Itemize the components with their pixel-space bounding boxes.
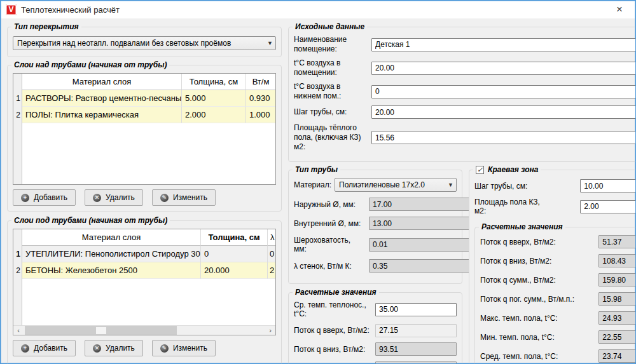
edge-zone-title: Краевая зона — [488, 165, 538, 174]
chevron-down-icon: ▼ — [265, 40, 273, 46]
layers-below-table[interactable]: Материал слоя Толщина, см λ 1 УТЕПЛИТЕЛИ… — [13, 229, 276, 335]
edge-flux-down-label: Поток q вниз, Вт/м2: — [480, 257, 598, 266]
delete-icon: ✕ — [93, 194, 101, 202]
room-temp-input[interactable] — [371, 62, 636, 75]
inner-diameter-field — [369, 217, 469, 230]
delete-label: Удалить — [106, 344, 135, 353]
title-bar: V Теплотехнический расчёт × — [1, 1, 635, 18]
col-header-thickness[interactable]: Толщина, см — [201, 229, 268, 246]
cell-clipped[interactable]: 0 — [268, 246, 275, 262]
edge-area-input[interactable] — [580, 200, 636, 213]
outer-diameter-field — [369, 198, 469, 211]
roughness-field — [369, 238, 469, 252]
row-number: 1 — [13, 90, 22, 107]
edge-flux-sum-label: Поток q сумм., Вт/м2: — [480, 276, 598, 285]
cell-thickness[interactable]: 0 — [201, 246, 268, 262]
pipe-step-input[interactable] — [371, 105, 636, 119]
add-icon: + — [21, 344, 29, 353]
floor-type-combobox[interactable]: Перекрытия над неотапл. подвалами без св… — [13, 36, 276, 50]
add-icon: + — [21, 194, 29, 202]
row-number: 2 — [13, 262, 22, 279]
wall-lambda-label: λ стенок, Вт/м К: — [294, 262, 369, 271]
edge-zone-checkbox[interactable]: ✓ — [476, 166, 484, 174]
layers-below-legend: Слои под трубами (начиная от трубы) — [11, 216, 170, 225]
close-icon[interactable]: × — [609, 1, 630, 18]
delete-layer-button[interactable]: ✕ Удалить — [85, 340, 143, 356]
cell-wm[interactable]: 1.000 — [246, 107, 275, 123]
cell-thickness[interactable]: 2.000 — [182, 107, 246, 123]
lower-room-temp-label: t°C воздуха в нижнем пом.: — [294, 82, 371, 101]
cell-material[interactable]: РАСТВОРЫ: Раствор цементно-песчаный 1800 — [22, 90, 182, 107]
add-layer-button[interactable]: + Добавить — [13, 340, 76, 356]
table-row[interactable]: 2 БЕТОНЫ: Железобетон 2500 20.000 2 — [13, 262, 275, 279]
edge-flux-up-label: Поток q вверх, Вт/м2: — [480, 238, 598, 246]
lower-room-temp-input[interactable] — [371, 85, 636, 98]
coolant-temp-input[interactable] — [375, 303, 457, 316]
scroll-left-icon[interactable]: ‹ — [13, 326, 24, 335]
edge-flux-linear-field — [598, 292, 636, 306]
edge-zone-legend: ✓ Краевая зона — [473, 165, 541, 174]
edge-min-floor-temp-field — [598, 330, 636, 344]
layers-above-table[interactable]: Материал слоя Толщина, см Вт/м 1 РАСТВОР… — [13, 73, 276, 185]
delete-icon: ✕ — [93, 344, 101, 353]
room-temp-label: t°C воздуха в помещении: — [294, 58, 371, 78]
flux-down-field — [375, 342, 457, 356]
flux-up-field — [375, 324, 457, 337]
cell-material[interactable]: БЕТОНЫ: Железобетон 2500 — [22, 262, 201, 279]
inner-diameter-label: Внутренний Ø, мм: — [294, 219, 369, 228]
add-label: Добавить — [34, 344, 67, 353]
col-header-material[interactable]: Материал слоя — [22, 74, 182, 90]
col-header-thickness[interactable]: Толщина, см — [182, 74, 246, 90]
initial-data-legend: Исходные данные — [293, 22, 367, 31]
table-row[interactable]: 2 ПОЛЫ: Плитка керамическая 2.000 1.000 — [13, 107, 275, 123]
outer-diameter-label: Наружный Ø, мм: — [294, 200, 369, 209]
col-header-clipped[interactable]: λ — [268, 229, 275, 246]
floor-type-legend: Тип перекрытия — [11, 22, 81, 31]
table-header-row: Материал слоя Толщина, см λ — [13, 229, 275, 246]
flux-up-label: Поток q вверх, Вт/м2: — [294, 326, 375, 335]
cell-wm[interactable]: 0.930 — [246, 90, 275, 107]
floor-area-input[interactable] — [371, 131, 636, 144]
wall-lambda-field — [369, 259, 469, 273]
app-logo-icon: V — [6, 4, 17, 15]
cell-material[interactable]: ПОЛЫ: Плитка керамическая — [22, 107, 182, 123]
scroll-right-icon[interactable]: › — [265, 326, 275, 335]
calc-values-group: Расчетные значения Ср. темп. теплонос., … — [288, 292, 462, 364]
add-label: Добавить — [34, 193, 67, 202]
pipe-material-selected: Полиэтиленовые 17x2.0 — [339, 180, 445, 189]
edit-label: Изменить — [173, 344, 207, 353]
table-row-selected[interactable]: 1 УТЕПЛИТЕЛИ: Пенополистирол Стиродур 30… — [13, 246, 275, 262]
horizontal-scrollbar[interactable]: ‹ › — [13, 325, 275, 335]
edge-max-floor-temp-label: Макс. темп. пола, t°C: — [480, 314, 598, 323]
scrollbar-thumb[interactable] — [25, 326, 177, 335]
edge-area-label: Площадь пола КЗ, м2: — [474, 198, 550, 215]
edge-pipe-step-input[interactable] — [580, 179, 636, 192]
table-row[interactable]: 1 РАСТВОРЫ: Раствор цементно-песчаный 18… — [13, 90, 275, 107]
flux-sum-field — [375, 361, 457, 364]
edge-zone-group: ✓ Краевая зона Шаг трубы, см: Площадь по… — [469, 170, 636, 364]
edge-min-floor-temp-label: Мин. темп. пола, t°C: — [480, 333, 598, 342]
layers-above-legend: Слои над трубами (начиная от трубы) — [11, 60, 169, 69]
cell-clipped[interactable]: 2 — [268, 262, 275, 279]
col-header-material[interactable]: Материал слоя — [22, 229, 201, 246]
row-number: 1 — [13, 246, 22, 262]
pipe-type-legend: Тип трубы — [293, 165, 340, 174]
pipe-material-combobox[interactable]: Полиэтиленовые 17x2.0 ▼ — [335, 178, 457, 192]
cell-thickness[interactable]: 20.000 — [201, 262, 268, 279]
pipe-type-group: Тип трубы Материал: Полиэтиленовые 17x2.… — [288, 170, 462, 284]
cell-thickness[interactable]: 5.000 — [182, 90, 246, 107]
add-layer-button[interactable]: + Добавить — [13, 189, 76, 206]
roughness-label: Шероховатость, мм: — [294, 236, 369, 253]
edit-pencil-icon: ✎ — [160, 194, 169, 202]
delete-layer-button[interactable]: ✕ Удалить — [85, 189, 143, 206]
edit-layer-button[interactable]: ✎ Изменить — [152, 340, 216, 356]
scrollbar-track[interactable] — [24, 326, 265, 335]
room-name-input[interactable] — [371, 38, 636, 51]
cell-material[interactable]: УТЕПЛИТЕЛИ: Пенополистирол Стиродур 3035… — [22, 246, 201, 262]
floor-type-selected: Перекрытия над неотапл. подвалами без св… — [17, 39, 265, 48]
row-number: 2 — [13, 107, 22, 123]
col-header-wm[interactable]: Вт/м — [246, 74, 275, 90]
pipe-step-label: Шаг трубы, см: — [294, 107, 371, 117]
floor-type-group: Тип перекрытия Перекрытия над неотапл. п… — [7, 27, 282, 57]
edit-layer-button[interactable]: ✎ Изменить — [152, 189, 216, 206]
